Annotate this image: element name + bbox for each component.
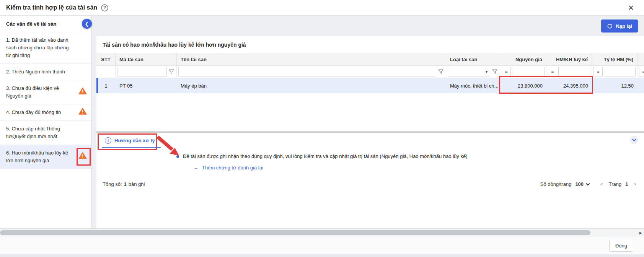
sidebar-item-label: 5. Chưa cập nhật Thông tư/Quyết định mới… [6, 126, 60, 139]
column-header-ten-tai-san: Tên tài sản [177, 53, 446, 65]
filter-input-ma-tai-san[interactable] [117, 67, 167, 76]
reload-icon [607, 23, 613, 29]
validity-check-dialog: Kiểm tra tính hợp lệ của tài sản ? ✕ Các… [0, 0, 644, 254]
help-icon[interactable]: ? [101, 4, 108, 11]
sidebar-title: Các vấn đề về tài sản [6, 21, 57, 27]
filter-cell-ten-tai-san [177, 66, 446, 78]
column-header-nguyen-gia: Nguyên giá [500, 53, 546, 65]
arrow-right-icon: → [193, 165, 198, 171]
info-icon: i [105, 137, 111, 144]
sidebar-item-label: 6. Hao mòn/khấu hao lũy kế lớn hơn nguyê… [6, 150, 68, 163]
dialog-titlebar: Kiểm tra tính hợp lệ của tài sản ? ✕ [0, 0, 644, 16]
filter-input-ty-le-hm[interactable] [604, 67, 636, 76]
filter-funnel-icon[interactable] [491, 69, 498, 74]
table-filter-row: ▾ = = = [96, 66, 644, 78]
horizontal-scrollbar: ▶ [0, 228, 644, 237]
cell-ty-le-hm: 12,50 [592, 78, 637, 93]
link-them-chung-tu-danh-gia-lai[interactable]: → Thêm chứng từ đánh giá lại [193, 165, 263, 171]
column-header-ty-le-hm: Tỷ lệ HM (%) [592, 53, 637, 65]
sidebar-item-label: 1. Đã thêm tài sản vào danh sách nhưng c… [6, 37, 68, 58]
content-panel: Tài sản có hao mòn/khấu hao lũy kế lớn h… [96, 36, 644, 228]
column-header-hm-kh-luy-ke: HM/KH luỹ kế [546, 53, 592, 65]
issues-sidebar: Các vấn đề về tài sản ❮ 1. Đã thêm tài s… [0, 16, 92, 228]
scroll-right-icon[interactable]: ▶ [639, 231, 642, 235]
guidance-bullet: Để tài sản được ghi nhận theo đúng quy đ… [176, 153, 468, 159]
guidance-bullet-text: Để tài sản được ghi nhận theo đúng quy đ… [183, 153, 468, 159]
filter-funnel-icon[interactable] [168, 69, 175, 74]
guidance-link-label: Thêm chứng từ đánh giá lại [202, 165, 263, 171]
rows-per-page-value: 100 [575, 181, 584, 187]
filter-cell-stt [96, 66, 116, 78]
warning-icon [78, 88, 87, 97]
close-icon[interactable]: ✕ [628, 3, 634, 12]
filter-cell-hm-kh-luy-ke: = [546, 66, 592, 78]
filter-operator-equals[interactable]: = [639, 67, 644, 76]
sidebar-header: Các vấn đề về tài sản ❮ [0, 16, 91, 32]
main-toolbar: Nạp lại [92, 16, 644, 36]
bullet-icon [176, 155, 179, 158]
sidebar-item-issue-3[interactable]: 3. Chưa đủ điều kiện về Nguyên giá [0, 80, 91, 104]
total-suffix: bản ghi [129, 181, 145, 187]
chevron-down-icon [586, 183, 590, 185]
column-header-extra [637, 53, 644, 65]
table-empty-space [96, 93, 644, 131]
cell-stt: 1 [96, 78, 116, 93]
pagination-controls: Số dòng/trang 100 < Trang 1 > [540, 181, 638, 187]
filter-operator-equals[interactable]: = [548, 67, 557, 76]
prev-page-button[interactable]: < [599, 181, 605, 187]
cell-nguyen-gia: 23.800.000 [500, 78, 546, 93]
filter-operator-equals[interactable]: = [593, 67, 603, 76]
horizontal-scrollbar-thumb[interactable] [0, 230, 590, 235]
total-prefix: Tổng số: [103, 181, 122, 187]
sidebar-item-issue-6[interactable]: 6. Hao mòn/khấu hao lũy kế lớn hơn nguyê… [0, 145, 91, 169]
sidebar-item-issue-2[interactable]: 2. Thiếu Nguồn hình thành [0, 64, 91, 80]
cell-ma-tai-san: PT 05 [116, 78, 177, 93]
section-title: Tài sản có hao mòn/khấu hao lũy kế lớn h… [96, 36, 644, 53]
warning-icon [78, 108, 87, 117]
sidebar-item-issue-5[interactable]: 5. Chưa cập nhật Thông tư/Quyết định mới… [0, 121, 91, 145]
cell-extra [637, 78, 644, 93]
sidebar-item-label: 2. Thiếu Nguồn hình thành [6, 69, 65, 75]
table-footer: Tổng số: 1 bản ghi Số dòng/trang 100 < T… [96, 177, 644, 191]
column-header-ma-tai-san: Mã tài sản [116, 53, 177, 65]
sidebar-item-issue-1[interactable]: 1. Đã thêm tài sản vào danh sách nhưng c… [0, 32, 91, 64]
dialog-footer: Đóng [0, 237, 644, 254]
sidebar-item-label: 4. Chưa đầy đủ thông tin [6, 109, 61, 115]
page-navigator: < Trang 1 > [599, 181, 638, 187]
filter-cell-nguyen-gia: = [500, 66, 546, 78]
filter-cell-loai-tai-san: ▾ [446, 66, 500, 78]
filter-operator-equals[interactable]: = [502, 67, 511, 76]
record-total: Tổng số: 1 bản ghi [103, 181, 145, 187]
tab-huong-dan-xu-ly[interactable]: i Hướng dẫn xử lý [102, 135, 161, 148]
column-header-loai-tai-san: Loại tài sản [446, 53, 500, 65]
close-button[interactable]: Đóng [609, 240, 633, 252]
reload-button[interactable]: Nạp lại [601, 20, 638, 33]
column-header-stt: STT [96, 53, 116, 65]
main-area: Nạp lại Tài sản có hao mòn/khấu hao lũy … [92, 16, 644, 228]
dialog-title: Kiểm tra tính hợp lệ của tài sản [6, 4, 97, 11]
table-row[interactable]: 1 PT 05 Máy ép bàn Máy móc, thiết bị ch.… [96, 78, 644, 93]
guidance-collapse-button[interactable] [630, 136, 638, 144]
total-count: 1 [124, 181, 127, 187]
sidebar-item-issue-4[interactable]: 4. Chưa đầy đủ thông tin [0, 104, 91, 121]
filter-funnel-icon[interactable] [437, 69, 444, 74]
filter-input-ten-tai-san[interactable] [178, 67, 436, 76]
reload-label: Nạp lại [616, 23, 632, 29]
filter-select-loai-tai-san[interactable]: ▾ [448, 67, 490, 76]
cell-ten-tai-san: Máy ép bàn [177, 78, 446, 93]
filter-input-hm-kh-luy-ke[interactable] [558, 67, 590, 76]
rows-per-page-select[interactable]: 100 [575, 181, 590, 187]
panel-bottom-space [96, 191, 644, 228]
filter-cell-ma-tai-san [116, 66, 177, 78]
chevron-down-icon: ▾ [486, 70, 487, 74]
next-page-button[interactable]: > [632, 181, 638, 187]
filter-cell-ty-le-hm: = [592, 66, 637, 78]
rows-per-page-label: Số dòng/trang [540, 181, 572, 187]
sidebar-item-label: 3. Chưa đủ điều kiện về Nguyên giá [6, 85, 59, 99]
guidance-panel: i Hướng dẫn xử lý [96, 133, 644, 177]
warning-icon [78, 152, 87, 162]
page-label: Trang [609, 181, 621, 187]
filter-input-nguyen-gia[interactable] [512, 67, 545, 76]
cell-loai-tai-san: Máy móc, thiết bị ch... [446, 78, 500, 93]
sidebar-collapse-button[interactable]: ❮ [82, 19, 92, 29]
